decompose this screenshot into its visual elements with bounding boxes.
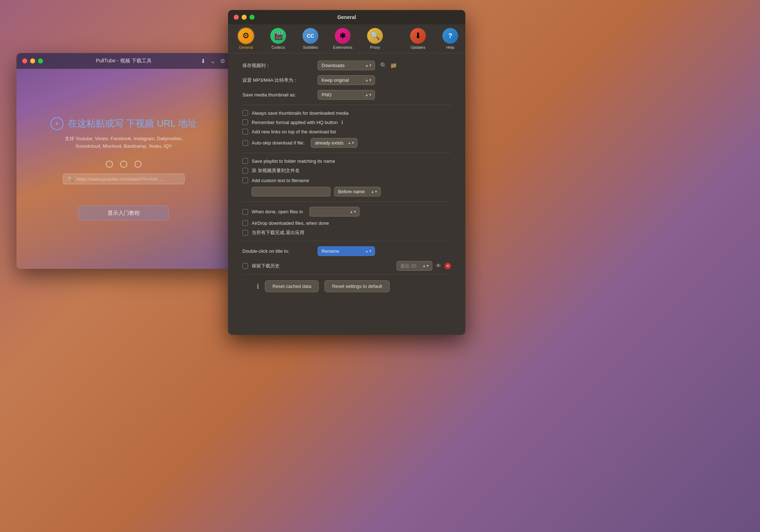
- pulltube-content: + 在这粘贴或写 下视频 URL 地址 支持 Youtube, Vimeo, F…: [16, 69, 231, 269]
- remember-format-info-icon[interactable]: ℹ: [341, 119, 343, 125]
- save-playlist-checkbox[interactable]: [242, 158, 248, 164]
- general-icon: ⚙: [238, 28, 254, 44]
- open-folder-icon[interactable]: 📁: [390, 62, 397, 69]
- settings-traffic-lights: [234, 15, 255, 20]
- pulltube-titlebar: PullTube - 视频 下载工具 ⬇ ⌄ ⚙: [16, 53, 231, 69]
- auto-skip-label: Auto-skip download if file:: [252, 140, 304, 146]
- custom-text-row: Before name ▲▼: [242, 187, 451, 196]
- history-view-icon[interactable]: 👁: [434, 262, 442, 270]
- custom-text-input[interactable]: [252, 187, 331, 196]
- history-clear-icon[interactable]: ✕: [445, 263, 451, 269]
- before-name-select[interactable]: Before name: [334, 187, 381, 196]
- history-count-select[interactable]: 最近 20: [396, 261, 432, 271]
- tab-codecs[interactable]: 🎬 Codecs: [267, 28, 289, 49]
- save-to-icons: 🔍 📁: [380, 62, 397, 69]
- settings-close-button[interactable]: [234, 15, 239, 20]
- thumbnail-label: Save media thumbnail as:: [242, 92, 314, 98]
- settings-maximize-button[interactable]: [250, 15, 255, 20]
- always-save-checkbox[interactable]: [242, 110, 248, 116]
- tutorial-button[interactable]: 显示入门教程: [79, 206, 169, 220]
- divider-2: [242, 153, 451, 153]
- settings-minimize-button[interactable]: [242, 15, 247, 20]
- bitrate-select[interactable]: Keep original: [318, 75, 375, 85]
- search-bar: 🔍 https://www.youtube.com/watch?v=AAv ..…: [63, 174, 185, 184]
- dot-3: [134, 161, 142, 168]
- auto-skip-checkbox[interactable]: [242, 140, 248, 146]
- download-icon[interactable]: ⬇: [201, 58, 205, 65]
- search-icon: 🔍: [67, 176, 73, 182]
- reset-settings-button[interactable]: Reset settings to default: [324, 280, 389, 292]
- close-button[interactable]: [22, 58, 27, 63]
- history-controls: 最近 20 ▲▼ 👁 ✕: [396, 261, 451, 271]
- tab-subtitles[interactable]: CC Subtitles: [300, 28, 321, 49]
- updates-icon: ⬇: [410, 28, 426, 44]
- bitrate-row: 设置 MP3/M4A 比特率为： Keep original ▲▼: [242, 75, 451, 85]
- quit-row: 当所有下载完成,退出应用: [242, 229, 451, 236]
- help-label: Help: [446, 45, 455, 49]
- proxy-label: Proxy: [370, 45, 380, 49]
- tab-proxy[interactable]: 🔍 Proxy: [364, 28, 386, 49]
- airdrop-row: AirDrop downloaded files, when done: [242, 220, 451, 226]
- double-click-select-wrapper: Rename ▲▼: [318, 246, 375, 256]
- tab-updates[interactable]: ⬇ Updates: [407, 28, 429, 49]
- reset-cached-button[interactable]: Reset cached data: [265, 280, 319, 292]
- chevron-icon[interactable]: ⌄: [210, 58, 215, 65]
- tab-help[interactable]: ? Help: [440, 28, 461, 49]
- keep-history-checkbox[interactable]: [242, 263, 248, 269]
- settings-titlebar: General: [228, 10, 465, 24]
- dot-1: [106, 161, 113, 168]
- codecs-icon: 🎬: [270, 28, 286, 44]
- title-icon-group: ⬇ ⌄ ⚙: [201, 58, 225, 65]
- add-quality-label: 添 加视频质量到文件名: [252, 167, 300, 174]
- divider-1: [242, 105, 451, 105]
- when-done-select[interactable]: [309, 207, 360, 217]
- double-click-row: Double-click on title to: Rename ▲▼: [242, 246, 451, 256]
- minimize-button[interactable]: [30, 58, 35, 63]
- before-name-select-wrapper: Before name ▲▼: [334, 187, 381, 196]
- keep-history-label: 保留下载历史: [252, 263, 280, 269]
- search-placeholder: https://www.youtube.com/watch?v=AAv ...: [76, 176, 163, 182]
- add-new-links-checkbox[interactable]: [242, 129, 248, 134]
- add-quality-checkbox[interactable]: [242, 168, 248, 174]
- thumbnail-select-wrapper: PNG ▲▼: [318, 90, 375, 100]
- settings-content: 保存视频到： Downloads ▲▼ 🔍 📁 设置 MP3/M4A 比特率为：…: [228, 53, 465, 305]
- save-to-label: 保存视频到：: [242, 62, 314, 69]
- settings-footer: ℹ Reset cached data Reset settings to de…: [242, 274, 451, 298]
- thumbnail-select[interactable]: PNG: [318, 90, 375, 100]
- footer-info-icon[interactable]: ℹ: [257, 282, 259, 290]
- airdrop-label: AirDrop downloaded files, when done: [252, 220, 329, 226]
- history-count-wrapper: 最近 20 ▲▼: [396, 261, 432, 271]
- updates-label: Updates: [411, 45, 426, 49]
- auto-skip-row: Auto-skip download if file: already exis…: [242, 138, 451, 148]
- tab-general[interactable]: ⚙ General: [235, 28, 257, 49]
- traffic-lights: [22, 58, 43, 63]
- double-click-select[interactable]: Rename: [318, 246, 375, 256]
- codecs-label: Codecs: [271, 45, 285, 49]
- when-done-checkbox[interactable]: [242, 209, 248, 215]
- supported-sites-text: 支持 Youtube, Vimeo, Facebook, Instagram, …: [65, 135, 183, 150]
- when-done-row: When done, open files in ▲▼: [242, 207, 451, 217]
- gear-icon[interactable]: ⚙: [220, 58, 225, 65]
- maximize-button[interactable]: [38, 58, 43, 63]
- add-custom-checkbox[interactable]: [242, 177, 248, 183]
- save-to-select-wrapper: Downloads ▲▼: [318, 61, 375, 70]
- save-to-select[interactable]: Downloads: [318, 61, 375, 70]
- auto-skip-select[interactable]: already exists: [311, 138, 357, 148]
- add-url-icon[interactable]: +: [51, 117, 63, 130]
- url-paste-text: 在这粘贴或写 下视频 URL 地址: [68, 117, 197, 130]
- remember-format-label: Remember format applied with HQ button: [252, 120, 338, 125]
- extensions-icon: ✱: [335, 28, 351, 44]
- add-new-links-label: Add new links on top of the download lis…: [252, 129, 336, 134]
- when-done-select-wrapper: ▲▼: [309, 207, 360, 217]
- remember-format-checkbox[interactable]: [242, 119, 248, 125]
- settings-title: General: [337, 14, 356, 20]
- search-folder-icon[interactable]: 🔍: [380, 62, 387, 69]
- add-custom-label: Add custom text to filename: [252, 178, 309, 183]
- tab-extensions[interactable]: ✱ Extensions: [332, 28, 353, 49]
- divider-4: [242, 241, 451, 241]
- auto-skip-select-wrapper: already exists ▲▼: [311, 138, 357, 148]
- progress-dots: [106, 161, 142, 168]
- quit-checkbox[interactable]: [242, 230, 248, 236]
- airdrop-checkbox[interactable]: [242, 220, 248, 226]
- settings-toolbar: ⚙ General 🎬 Codecs CC Subtitles ✱ Extens…: [228, 24, 465, 53]
